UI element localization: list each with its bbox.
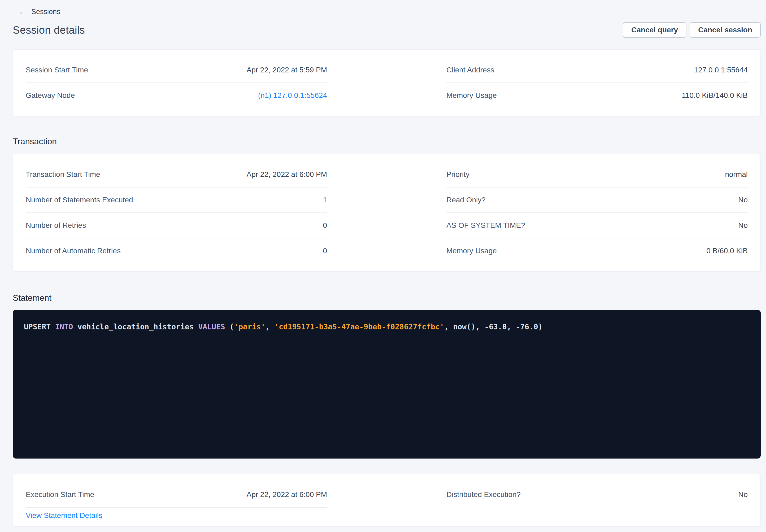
back-arrow-icon: ← <box>19 7 27 16</box>
kv-label-distributed-execution: Distributed Execution? <box>446 490 521 499</box>
kv-label-memory-usage: Memory Usage <box>446 246 497 255</box>
execution-card-right-column: Distributed Execution?No <box>446 482 748 520</box>
session-details-page: ← Sessions Session details Cancel query … <box>0 7 766 526</box>
kv-value-distributed-execution: No <box>738 490 748 499</box>
breadcrumb-label: Sessions <box>31 7 60 16</box>
kv-row-client-address: Client Address127.0.0.1:55644 <box>446 58 748 82</box>
execution-rows: Execution Start TimeApr 22, 2022 at 6:00… <box>26 482 327 508</box>
kv-label-number-of-automatic-retries: Number of Automatic Retries <box>26 246 121 255</box>
page-header: Session details Cancel query Cancel sess… <box>13 22 761 38</box>
kv-label-gateway-node: Gateway Node <box>26 91 75 100</box>
kv-value-number-of-automatic-retries: 0 <box>323 246 327 255</box>
session-summary-card: Session Start TimeApr 22, 2022 at 5:59 P… <box>13 49 761 116</box>
kv-value-read-only: No <box>738 195 748 204</box>
kv-row-number-of-statements-executed: Number of Statements Executed1 <box>26 187 327 212</box>
session-card-left-column: Session Start TimeApr 22, 2022 at 5:59 P… <box>26 58 327 108</box>
kv-label-number-of-retries: Number of Retries <box>26 221 86 230</box>
kv-row-priority: Prioritynormal <box>446 162 748 187</box>
kv-label-as-of-system-time: AS OF SYSTEM TIME? <box>446 221 525 230</box>
sql-token-keyword: VALUES <box>198 322 225 331</box>
kv-label-session-start-time: Session Start Time <box>26 66 88 75</box>
transaction-card-left-column: Transaction Start TimeApr 22, 2022 at 6:… <box>26 162 327 263</box>
kv-row-number-of-automatic-retries: Number of Automatic Retries0 <box>26 238 327 263</box>
kv-label-memory-usage: Memory Usage <box>446 91 497 100</box>
sql-token-string: 'cd195171-b3a5-47ae-9beb-f028627fcfbc' <box>274 322 444 331</box>
statement-heading: Statement <box>13 293 761 302</box>
kv-label-priority: Priority <box>446 170 469 179</box>
kv-row-memory-usage: Memory Usage0 B/60.0 KiB <box>446 238 748 263</box>
kv-row-distributed-execution: Distributed Execution?No <box>446 482 748 507</box>
sql-token-plain: , now(), -63.0, -76.0) <box>444 322 543 331</box>
view-statement-details-link[interactable]: View Statement Details <box>26 511 102 520</box>
sql-token-plain: vehicle_location_histories <box>73 322 198 331</box>
sql-token-string: 'paris' <box>234 322 265 331</box>
transaction-card: Transaction Start TimeApr 22, 2022 at 6:… <box>13 154 761 272</box>
kv-row-execution-start-time: Execution Start TimeApr 22, 2022 at 6:00… <box>26 482 327 508</box>
kv-value-memory-usage: 0 B/60.0 KiB <box>706 246 748 255</box>
page-title: Session details <box>13 24 85 36</box>
kv-row-memory-usage: Memory Usage110.0 KiB/140.0 KiB <box>446 82 748 108</box>
kv-value-number-of-statements-executed: 1 <box>323 195 327 204</box>
cancel-session-button[interactable]: Cancel session <box>690 22 761 38</box>
kv-value-client-address: 127.0.0.1:55644 <box>694 66 748 75</box>
kv-label-transaction-start-time: Transaction Start Time <box>26 170 100 179</box>
kv-row-gateway-node: Gateway Node(n1) 127.0.0.1:55624 <box>26 82 327 108</box>
kv-label-client-address: Client Address <box>446 66 494 75</box>
execution-card-left-column: Execution Start TimeApr 22, 2022 at 6:00… <box>26 482 327 520</box>
kv-row-read-only: Read Only?No <box>446 187 748 212</box>
kv-value-priority: normal <box>725 170 748 179</box>
kv-value-session-start-time: Apr 22, 2022 at 5:59 PM <box>246 66 327 75</box>
kv-value-as-of-system-time: No <box>738 221 748 230</box>
kv-row-session-start-time: Session Start TimeApr 22, 2022 at 5:59 P… <box>26 58 327 82</box>
kv-value-memory-usage: 110.0 KiB/140.0 KiB <box>682 91 748 100</box>
kv-row-as-of-system-time: AS OF SYSTEM TIME?No <box>446 212 748 238</box>
sql-statement-block: UPSERT INTO vehicle_location_histories V… <box>13 310 761 459</box>
transaction-card-right-column: PrioritynormalRead Only?NoAS OF SYSTEM T… <box>446 162 748 263</box>
kv-label-number-of-statements-executed: Number of Statements Executed <box>26 195 133 204</box>
link-gateway-node[interactable]: (n1) 127.0.0.1:55624 <box>258 91 327 100</box>
kv-label-execution-start-time: Execution Start Time <box>26 490 94 499</box>
sql-token-plain: UPSERT <box>24 322 55 331</box>
transaction-heading: Transaction <box>13 137 761 146</box>
kv-value-transaction-start-time: Apr 22, 2022 at 6:00 PM <box>246 170 327 179</box>
link-row: View Statement Details <box>26 508 327 520</box>
kv-row-number-of-retries: Number of Retries0 <box>26 212 327 238</box>
sql-token-plain: , <box>265 322 274 331</box>
header-actions: Cancel query Cancel session <box>623 22 761 38</box>
execution-card: Execution Start TimeApr 22, 2022 at 6:00… <box>13 474 761 526</box>
breadcrumb-back-sessions[interactable]: ← Sessions <box>19 7 60 16</box>
kv-label-read-only: Read Only? <box>446 195 486 204</box>
session-card-right-column: Client Address127.0.0.1:55644Memory Usag… <box>446 58 748 108</box>
kv-value-number-of-retries: 0 <box>323 221 327 230</box>
sql-token-plain: ( <box>225 322 234 331</box>
sql-token-keyword: INTO <box>55 322 73 331</box>
kv-value-execution-start-time: Apr 22, 2022 at 6:00 PM <box>246 490 327 499</box>
kv-row-transaction-start-time: Transaction Start TimeApr 22, 2022 at 6:… <box>26 162 327 187</box>
cancel-query-button[interactable]: Cancel query <box>623 22 686 38</box>
